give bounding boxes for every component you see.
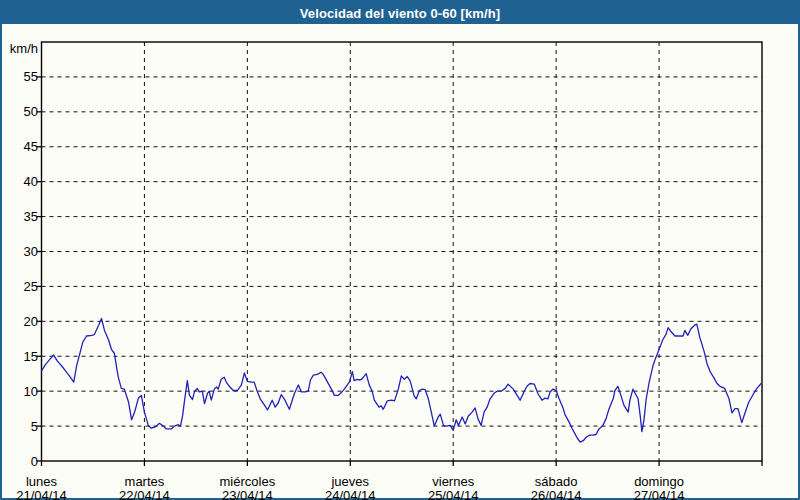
day-date-label: 27/04/14 xyxy=(634,488,685,500)
day-date-label: 23/04/14 xyxy=(222,488,273,500)
wind-speed-line xyxy=(42,319,762,443)
axis-ticks xyxy=(37,77,763,466)
svg-text:30: 30 xyxy=(24,244,38,259)
svg-text:5: 5 xyxy=(31,419,38,434)
svg-text:15: 15 xyxy=(24,349,38,364)
day-date-label: 25/04/14 xyxy=(428,488,479,500)
svg-text:10: 10 xyxy=(24,384,38,399)
y-axis-labels: 0510152025303540455055km/h xyxy=(10,41,38,469)
day-date-label: 26/04/14 xyxy=(531,488,582,500)
x-axis-labels: lunes21/04/14martes22/04/14miércoles23/0… xyxy=(16,474,684,500)
svg-text:35: 35 xyxy=(24,209,38,224)
chart-window: Velocidad del viento 0-60 [km/h] 0510152… xyxy=(0,0,800,500)
svg-text:45: 45 xyxy=(24,139,38,154)
y-axis-unit-label: km/h xyxy=(10,41,38,56)
svg-text:20: 20 xyxy=(24,314,38,329)
day-date-label: 24/04/14 xyxy=(325,488,376,500)
svg-text:25: 25 xyxy=(24,279,38,294)
day-date-label: 22/04/14 xyxy=(119,488,170,500)
svg-text:40: 40 xyxy=(24,174,38,189)
svg-text:55: 55 xyxy=(24,69,38,84)
wind-speed-chart: 0510152025303540455055km/hlunes21/04/14m… xyxy=(2,2,800,500)
svg-text:50: 50 xyxy=(24,104,38,119)
grid-lines xyxy=(42,42,763,461)
day-date-label: 21/04/14 xyxy=(16,488,67,500)
svg-text:0: 0 xyxy=(31,454,38,469)
